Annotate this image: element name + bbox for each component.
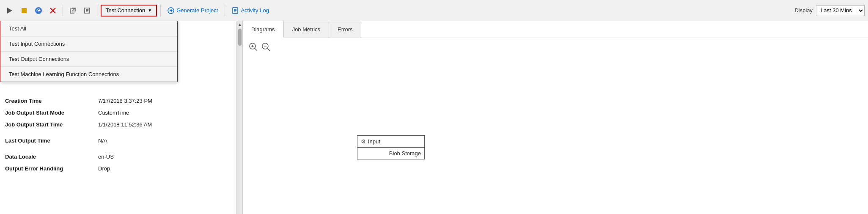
prop-label-data-locale: Data Locale (5, 154, 98, 160)
cancel-button[interactable] (47, 5, 59, 16)
diagram-node-input[interactable]: ⚙ Input Blob Storage (357, 135, 425, 159)
dropdown-item-test-ml[interactable]: Test Machine Learning Function Connectio… (0, 67, 177, 82)
main-content: Test All Test Input Connections Test Out… (0, 21, 868, 214)
prop-row-last-output: Last Output Time N/A (5, 135, 231, 147)
prop-row-output-start-mode: Job Output Start Mode CustomTime (5, 107, 231, 119)
tab-job-metrics[interactable]: Job Metrics (284, 21, 329, 38)
prop-label-output-start-time: Job Output Start Time (5, 121, 98, 128)
prop-value-output-start-time: 1/1/2018 11:52:36 AM (98, 121, 152, 128)
test-connection-button[interactable]: Test Connection ▼ (101, 5, 157, 16)
svg-rect-1 (22, 8, 27, 13)
separator-1 (63, 5, 63, 16)
svg-point-3 (38, 10, 39, 11)
separator-3 (160, 5, 161, 16)
node-body: Blob Storage (357, 148, 424, 159)
display-select[interactable]: Last 30 Mins Last 1 Hour Last 6 Hours La… (816, 5, 865, 16)
edit-button[interactable] (81, 5, 93, 16)
prop-label-error-handling: Output Error Handling (5, 165, 98, 172)
toolbar: Test Connection ▼ Generate Project Activ… (0, 0, 868, 21)
prop-value-output-start-mode: CustomTime (98, 110, 129, 116)
dropdown-item-test-all[interactable]: Test All (0, 21, 177, 36)
prop-label-creation-time: Creation Time (5, 98, 98, 104)
scroll-up-icon[interactable]: ▲ (238, 22, 242, 27)
prop-row-data-locale: Data Locale en-US (5, 151, 231, 163)
diagram-area: ⚙ Input Blob Storage (243, 38, 868, 214)
node-header: ⚙ Input (357, 136, 424, 148)
activity-log-label: Activity Log (241, 7, 269, 14)
display-label: Display (794, 7, 813, 14)
prop-value-data-locale: en-US (98, 154, 114, 160)
prop-row-error-handling: Output Error Handling Drop (5, 163, 231, 175)
activity-log-link[interactable]: Activity Log (228, 7, 272, 14)
generate-project-label: Generate Project (176, 7, 218, 14)
scroll-thumb[interactable] (238, 29, 242, 46)
tab-diagrams-label: Diagrams (251, 26, 275, 33)
dropdown-item-test-input[interactable]: Test Input Connections (0, 36, 177, 52)
svg-marker-0 (7, 8, 12, 14)
tab-errors-label: Errors (338, 26, 352, 33)
svg-line-7 (72, 8, 75, 11)
test-connection-label: Test Connection (106, 7, 145, 14)
node-header-label: Input (368, 138, 380, 145)
prop-label-last-output: Last Output Time (5, 137, 98, 144)
node-body-label: Blob Storage (389, 150, 421, 156)
node-gear-icon: ⚙ (361, 138, 366, 145)
right-panel: Diagrams Job Metrics Errors (243, 21, 868, 214)
generate-project-link[interactable]: Generate Project (164, 7, 221, 14)
tab-diagrams[interactable]: Diagrams (243, 21, 284, 38)
prop-value-error-handling: Drop (98, 165, 110, 172)
stop-button[interactable] (18, 5, 30, 16)
display-controls: Display Last 30 Mins Last 1 Hour Last 6 … (794, 5, 865, 16)
tabs-bar: Diagrams Job Metrics Errors (243, 21, 868, 38)
refresh-button[interactable] (32, 5, 45, 16)
tab-errors[interactable]: Errors (329, 21, 361, 38)
tab-job-metrics-label: Job Metrics (292, 26, 320, 33)
properties-panel: Creation Time 7/17/2018 3:37:23 PM Job O… (0, 95, 236, 214)
prop-row-output-start-time: Job Output Start Time 1/1/2018 11:52:36 … (5, 119, 231, 131)
vertical-scrollbar[interactable]: ▲ (237, 21, 243, 214)
prop-value-creation-time: 7/17/2018 3:37:23 PM (98, 98, 152, 104)
diagram-canvas: ⚙ Input Blob Storage (243, 38, 868, 214)
play-button[interactable] (3, 5, 16, 16)
open-external-button[interactable] (66, 5, 79, 16)
left-panel: Test All Test Input Connections Test Out… (0, 21, 237, 214)
prop-row-creation-time: Creation Time 7/17/2018 3:37:23 PM (5, 95, 231, 107)
separator-4 (225, 5, 225, 16)
prop-label-output-start-mode: Job Output Start Mode (5, 110, 98, 116)
dropdown-arrow-icon: ▼ (148, 8, 152, 13)
dropdown-item-test-output[interactable]: Test Output Connections (0, 52, 177, 67)
prop-value-last-output: N/A (98, 137, 107, 144)
test-connection-dropdown: Test All Test Input Connections Test Out… (0, 21, 178, 82)
separator-2 (97, 5, 97, 16)
